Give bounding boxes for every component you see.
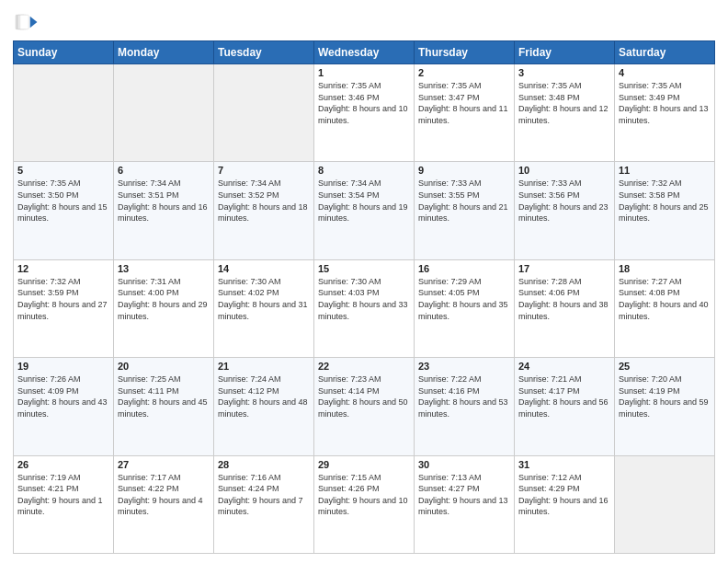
page: SundayMondayTuesdayWednesdayThursdayFrid…	[0, 0, 728, 563]
week-row-3: 12 Sunrise: 7:32 AM Sunset: 3:59 PM Dayl…	[14, 259, 715, 357]
day-number: 3	[518, 67, 610, 78]
day-number: 23	[418, 361, 510, 372]
day-info: Sunrise: 7:35 AM Sunset: 3:48 PM Dayligh…	[518, 80, 610, 126]
day-number: 21	[218, 361, 310, 372]
day-cell	[14, 64, 114, 162]
day-info: Sunrise: 7:15 AM Sunset: 4:26 PM Dayligh…	[318, 472, 410, 518]
day-cell: 18 Sunrise: 7:27 AM Sunset: 4:08 PM Dayl…	[615, 259, 715, 357]
day-info: Sunrise: 7:23 AM Sunset: 4:14 PM Dayligh…	[318, 373, 410, 419]
day-cell: 28 Sunrise: 7:16 AM Sunset: 4:24 PM Dayl…	[214, 455, 314, 553]
day-cell: 20 Sunrise: 7:25 AM Sunset: 4:11 PM Dayl…	[114, 358, 214, 455]
day-info: Sunrise: 7:21 AM Sunset: 4:17 PM Dayligh…	[518, 373, 610, 419]
day-info: Sunrise: 7:24 AM Sunset: 4:12 PM Dayligh…	[218, 373, 310, 419]
day-info: Sunrise: 7:19 AM Sunset: 4:21 PM Dayligh…	[17, 472, 109, 518]
day-number: 25	[619, 361, 711, 372]
day-info: Sunrise: 7:16 AM Sunset: 4:24 PM Dayligh…	[218, 472, 310, 518]
day-info: Sunrise: 7:30 AM Sunset: 4:02 PM Dayligh…	[218, 276, 310, 322]
day-cell	[214, 64, 314, 162]
day-info: Sunrise: 7:33 AM Sunset: 3:56 PM Dayligh…	[518, 178, 610, 224]
day-number: 2	[418, 67, 510, 78]
week-row-1: 1 Sunrise: 7:35 AM Sunset: 3:46 PM Dayli…	[14, 64, 715, 162]
day-number: 24	[518, 361, 610, 372]
weekday-header-thursday: Thursday	[415, 41, 515, 64]
day-cell: 16 Sunrise: 7:29 AM Sunset: 4:05 PM Dayl…	[415, 259, 515, 357]
day-cell: 9 Sunrise: 7:33 AM Sunset: 3:55 PM Dayli…	[415, 162, 515, 259]
day-number: 20	[118, 361, 210, 372]
day-cell: 14 Sunrise: 7:30 AM Sunset: 4:02 PM Dayl…	[214, 259, 314, 357]
logo-icon	[13, 9, 39, 35]
day-info: Sunrise: 7:35 AM Sunset: 3:50 PM Dayligh…	[17, 178, 109, 224]
day-cell: 25 Sunrise: 7:20 AM Sunset: 4:19 PM Dayl…	[615, 358, 715, 455]
day-number: 15	[318, 263, 410, 274]
day-cell: 12 Sunrise: 7:32 AM Sunset: 3:59 PM Dayl…	[14, 259, 114, 357]
day-number: 26	[17, 459, 109, 470]
day-number: 12	[17, 263, 109, 274]
weekday-header-friday: Friday	[515, 41, 615, 64]
day-number: 13	[118, 263, 210, 274]
day-cell: 31 Sunrise: 7:12 AM Sunset: 4:29 PM Dayl…	[515, 455, 615, 553]
day-cell: 7 Sunrise: 7:34 AM Sunset: 3:52 PM Dayli…	[214, 162, 314, 259]
day-cell: 11 Sunrise: 7:32 AM Sunset: 3:58 PM Dayl…	[615, 162, 715, 259]
day-info: Sunrise: 7:32 AM Sunset: 3:59 PM Dayligh…	[17, 276, 109, 322]
day-info: Sunrise: 7:12 AM Sunset: 4:29 PM Dayligh…	[518, 472, 610, 518]
day-cell: 23 Sunrise: 7:22 AM Sunset: 4:16 PM Dayl…	[415, 358, 515, 455]
day-info: Sunrise: 7:28 AM Sunset: 4:06 PM Dayligh…	[518, 276, 610, 322]
day-number: 7	[218, 165, 310, 176]
day-cell: 22 Sunrise: 7:23 AM Sunset: 4:14 PM Dayl…	[314, 358, 415, 455]
day-number: 17	[518, 263, 610, 274]
day-info: Sunrise: 7:25 AM Sunset: 4:11 PM Dayligh…	[118, 373, 210, 419]
day-number: 27	[118, 459, 210, 470]
day-cell: 1 Sunrise: 7:35 AM Sunset: 3:46 PM Dayli…	[314, 64, 415, 162]
day-number: 6	[118, 165, 210, 176]
day-cell	[615, 455, 715, 553]
day-info: Sunrise: 7:20 AM Sunset: 4:19 PM Dayligh…	[619, 373, 711, 419]
day-number: 28	[218, 459, 310, 470]
day-cell: 27 Sunrise: 7:17 AM Sunset: 4:22 PM Dayl…	[114, 455, 214, 553]
day-cell: 5 Sunrise: 7:35 AM Sunset: 3:50 PM Dayli…	[14, 162, 114, 259]
day-cell: 8 Sunrise: 7:34 AM Sunset: 3:54 PM Dayli…	[314, 162, 415, 259]
day-info: Sunrise: 7:33 AM Sunset: 3:55 PM Dayligh…	[418, 178, 510, 224]
weekday-header-monday: Monday	[114, 41, 214, 64]
day-info: Sunrise: 7:13 AM Sunset: 4:27 PM Dayligh…	[418, 472, 510, 518]
day-info: Sunrise: 7:34 AM Sunset: 3:54 PM Dayligh…	[318, 178, 410, 224]
day-number: 19	[17, 361, 109, 372]
weekday-header-tuesday: Tuesday	[214, 41, 314, 64]
day-number: 22	[318, 361, 410, 372]
day-number: 14	[218, 263, 310, 274]
day-cell: 6 Sunrise: 7:34 AM Sunset: 3:51 PM Dayli…	[114, 162, 214, 259]
day-cell	[114, 64, 214, 162]
day-cell: 10 Sunrise: 7:33 AM Sunset: 3:56 PM Dayl…	[515, 162, 615, 259]
day-info: Sunrise: 7:30 AM Sunset: 4:03 PM Dayligh…	[318, 276, 410, 322]
week-row-4: 19 Sunrise: 7:26 AM Sunset: 4:09 PM Dayl…	[14, 358, 715, 455]
header	[13, 9, 715, 35]
week-row-5: 26 Sunrise: 7:19 AM Sunset: 4:21 PM Dayl…	[14, 455, 715, 553]
day-number: 1	[318, 67, 410, 78]
day-number: 11	[619, 165, 711, 176]
day-info: Sunrise: 7:34 AM Sunset: 3:52 PM Dayligh…	[218, 178, 310, 224]
week-row-2: 5 Sunrise: 7:35 AM Sunset: 3:50 PM Dayli…	[14, 162, 715, 259]
day-info: Sunrise: 7:32 AM Sunset: 3:58 PM Dayligh…	[619, 178, 711, 224]
day-info: Sunrise: 7:35 AM Sunset: 3:46 PM Dayligh…	[318, 80, 410, 126]
svg-rect-3	[20, 15, 28, 29]
day-cell: 4 Sunrise: 7:35 AM Sunset: 3:49 PM Dayli…	[615, 64, 715, 162]
day-number: 4	[619, 67, 711, 78]
calendar-table: SundayMondayTuesdayWednesdayThursdayFrid…	[13, 40, 715, 554]
day-cell: 26 Sunrise: 7:19 AM Sunset: 4:21 PM Dayl…	[14, 455, 114, 553]
day-cell: 19 Sunrise: 7:26 AM Sunset: 4:09 PM Dayl…	[14, 358, 114, 455]
day-number: 30	[418, 459, 510, 470]
day-number: 18	[619, 263, 711, 274]
day-number: 8	[318, 165, 410, 176]
day-cell: 30 Sunrise: 7:13 AM Sunset: 4:27 PM Dayl…	[415, 455, 515, 553]
day-number: 31	[518, 459, 610, 470]
day-info: Sunrise: 7:17 AM Sunset: 4:22 PM Dayligh…	[118, 472, 210, 518]
weekday-header-row: SundayMondayTuesdayWednesdayThursdayFrid…	[14, 41, 715, 64]
day-info: Sunrise: 7:34 AM Sunset: 3:51 PM Dayligh…	[118, 178, 210, 224]
day-cell: 21 Sunrise: 7:24 AM Sunset: 4:12 PM Dayl…	[214, 358, 314, 455]
day-cell: 15 Sunrise: 7:30 AM Sunset: 4:03 PM Dayl…	[314, 259, 415, 357]
day-number: 9	[418, 165, 510, 176]
day-info: Sunrise: 7:29 AM Sunset: 4:05 PM Dayligh…	[418, 276, 510, 322]
weekday-header-wednesday: Wednesday	[314, 41, 415, 64]
day-cell: 13 Sunrise: 7:31 AM Sunset: 4:00 PM Dayl…	[114, 259, 214, 357]
weekday-header-sunday: Sunday	[14, 41, 114, 64]
weekday-header-saturday: Saturday	[615, 41, 715, 64]
